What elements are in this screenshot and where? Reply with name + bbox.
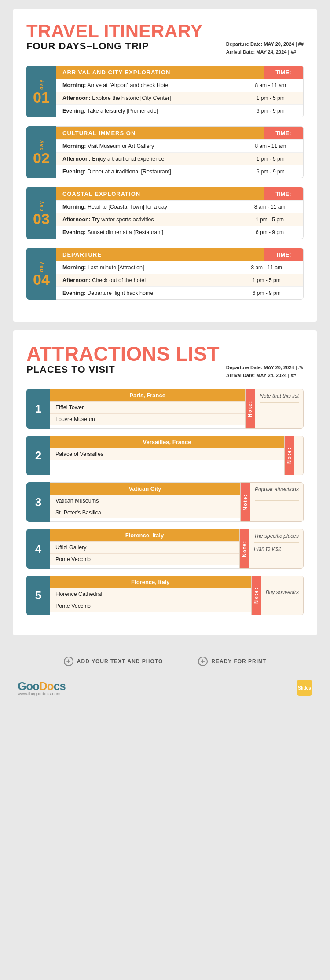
attractions-dates: Departure Date: MAY 20, 2024 | ## Arriva… xyxy=(226,364,304,379)
day-title: COASTAL EXPLORATION xyxy=(56,187,264,200)
day-label: day xyxy=(39,139,44,150)
row-label: Evening: Dinner at a traditional [Restau… xyxy=(56,165,238,178)
note-text: Popular attractions xyxy=(250,483,303,521)
time-header: TIME: xyxy=(264,127,303,139)
attractions-subtitle: PLACES TO VISIT xyxy=(26,364,115,375)
day-row: Afternoon: Enjoy a traditional experienc… xyxy=(56,152,303,165)
attractions-title: ATTRACTIONS LIST xyxy=(26,344,304,364)
attraction-content-5: Florence, ItalyFlorence CathedralPonte V… xyxy=(50,576,251,615)
note-line: The specific places xyxy=(254,533,299,539)
row-label: Afternoon: Enjoy a traditional experienc… xyxy=(56,152,238,165)
attraction-block-5: 5Florence, ItalyFlorence CathedralPonte … xyxy=(26,576,304,615)
day-row: Afternoon: Try water sports activities 1… xyxy=(56,213,303,226)
day-badge-04: day 04 xyxy=(26,248,56,300)
row-time: 8 am - 11 am xyxy=(236,200,303,213)
attraction-place: Louvre Museum xyxy=(50,413,245,425)
row-label: Afternoon: Try water sports activities xyxy=(56,213,236,226)
attractions-page: ATTRACTIONS LIST PLACES TO VISIT Departu… xyxy=(13,330,317,635)
note-label: Note: xyxy=(246,389,255,428)
attraction-block-4: 4Florence, ItalyUffizi GalleryPonte Vecc… xyxy=(26,529,304,569)
attraction-place: Eiffel Tower xyxy=(50,401,245,413)
day-label: day xyxy=(39,261,44,272)
note-wrapper: Note: xyxy=(284,436,304,475)
add-text-label: ADD YOUR TEXT AND PHOTO xyxy=(77,658,163,664)
note-wrapper: Note:The specific placesPlan to visit xyxy=(239,529,304,569)
attraction-place: Vatican Museums xyxy=(50,495,240,507)
day-badge-02: day 02 xyxy=(26,126,56,178)
attraction-place: Palace of Versailles xyxy=(50,448,284,460)
attraction-badge-3: 3 xyxy=(26,482,50,522)
day-label: day xyxy=(39,200,44,211)
day-title: ARRIVAL AND CITY EXPLORATION xyxy=(56,66,264,79)
day-title: CULTURAL IMMERSION xyxy=(56,127,264,139)
attraction-place: Florence Cathedral xyxy=(50,588,251,600)
day-content-02: CULTURAL IMMERSION TIME: Morning: Visit … xyxy=(56,126,304,178)
itinerary-subtitle: FOUR DAYS–LONG TRIP xyxy=(26,40,149,52)
note-line: Buy souvenirs xyxy=(266,589,299,595)
footer-actions: + ADD YOUR TEXT AND PHOTO + READY FOR PR… xyxy=(0,644,330,675)
day-block-02: day 02 CULTURAL IMMERSION TIME: Morning:… xyxy=(26,126,304,178)
ready-print-button[interactable]: + READY FOR PRINT xyxy=(198,657,266,666)
plus-icon-2: + xyxy=(198,657,208,666)
note-wrapper: Note:Buy souvenirs xyxy=(251,576,304,615)
row-time: 1 pm - 5 pm xyxy=(238,92,303,104)
row-time: 6 pm - 9 pm xyxy=(230,286,303,299)
itinerary-page: TRAVEL ITINERARY FOUR DAYS–LONG TRIP Dep… xyxy=(13,9,317,322)
ready-print-label: READY FOR PRINT xyxy=(211,658,266,664)
note-line: Note that this list xyxy=(260,393,299,399)
day-badge-03: day 03 xyxy=(26,187,56,239)
day-row: Morning: Visit Museum or Art Gallery 8 a… xyxy=(56,139,303,152)
time-header: TIME: xyxy=(264,187,303,200)
attraction-place: St. Peter's Basilica xyxy=(50,507,240,518)
plus-icon: + xyxy=(64,657,73,666)
day-content-01: ARRIVAL AND CITY EXPLORATION TIME: Morni… xyxy=(56,66,304,117)
attraction-block-1: 1Paris, FranceEiffel TowerLouvre MuseumN… xyxy=(26,389,304,429)
row-label: Afternoon: Explore the historic [City Ce… xyxy=(56,92,238,104)
add-text-button[interactable]: + ADD YOUR TEXT AND PHOTO xyxy=(64,657,163,666)
note-text xyxy=(294,436,303,475)
day-number: 03 xyxy=(33,211,50,226)
row-label: Evening: Take a leisurely [Promenade] xyxy=(56,104,238,117)
attraction-place: Ponte Vecchio xyxy=(50,553,239,565)
brand-footer: GooDocs www.thegoodocs.com Slides xyxy=(0,675,330,705)
row-time: 8 am - 11 am xyxy=(238,139,303,152)
time-header: TIME: xyxy=(264,248,303,261)
attraction-place: Ponte Vecchio xyxy=(50,600,251,612)
attraction-block-2: 2Versailles, FrancePalace of VersaillesN… xyxy=(26,436,304,475)
row-label: Morning: Visit Museum or Art Gallery xyxy=(56,139,238,152)
row-label: Morning: Head to [Coastal Town] for a da… xyxy=(56,200,236,213)
day-row: Morning: Arrive at [Airport] and check H… xyxy=(56,79,303,92)
day-badge-01: day 01 xyxy=(26,66,56,117)
day-number: 01 xyxy=(33,90,50,105)
day-row: Evening: Sunset dinner at a [Restaurant]… xyxy=(56,226,303,239)
attraction-badge-2: 2 xyxy=(26,436,50,475)
day-row: Afternoon: Check out of the hotel 1 pm -… xyxy=(56,274,303,286)
attraction-city: Versailles, France xyxy=(50,436,284,448)
attraction-block-3: 3Vatican CityVatican MuseumsSt. Peter's … xyxy=(26,482,304,522)
day-row: Morning: Last-minute [Attraction] 8 am -… xyxy=(56,261,303,274)
day-number: 02 xyxy=(33,150,50,165)
note-line: Popular attractions xyxy=(255,486,299,492)
day-row: Morning: Head to [Coastal Town] for a da… xyxy=(56,200,303,213)
brand-url: www.thegoodocs.com xyxy=(18,691,66,696)
attraction-place: Uffizi Gallery xyxy=(50,541,239,553)
row-time: 6 pm - 9 pm xyxy=(238,165,303,178)
attraction-badge-5: 5 xyxy=(26,576,50,615)
day-label: day xyxy=(39,79,44,90)
attraction-city: Florence, Italy xyxy=(50,576,251,588)
row-label: Morning: Arrive at [Airport] and check H… xyxy=(56,79,238,92)
day-row: Evening: Dinner at a traditional [Restau… xyxy=(56,165,303,178)
time-header: TIME: xyxy=(264,66,303,79)
note-text: The specific placesPlan to visit xyxy=(249,529,303,568)
note-label: Note: xyxy=(241,483,250,521)
itinerary-dates: Departure Date: MAY 20, 2024 | ## Arriva… xyxy=(226,40,304,56)
row-time: 6 pm - 9 pm xyxy=(236,226,303,239)
day-row: Afternoon: Explore the historic [City Ce… xyxy=(56,92,303,104)
note-text: Buy souvenirs xyxy=(261,576,303,615)
day-block-04: day 04 DEPARTURE TIME: Morning: Last-min… xyxy=(26,248,304,300)
row-label: Evening: Sunset dinner at a [Restaurant] xyxy=(56,226,236,239)
row-time: 1 pm - 5 pm xyxy=(238,152,303,165)
itinerary-title: TRAVEL ITINERARY xyxy=(26,22,304,40)
attraction-badge-1: 1 xyxy=(26,389,50,429)
attraction-city: Paris, France xyxy=(50,389,245,401)
